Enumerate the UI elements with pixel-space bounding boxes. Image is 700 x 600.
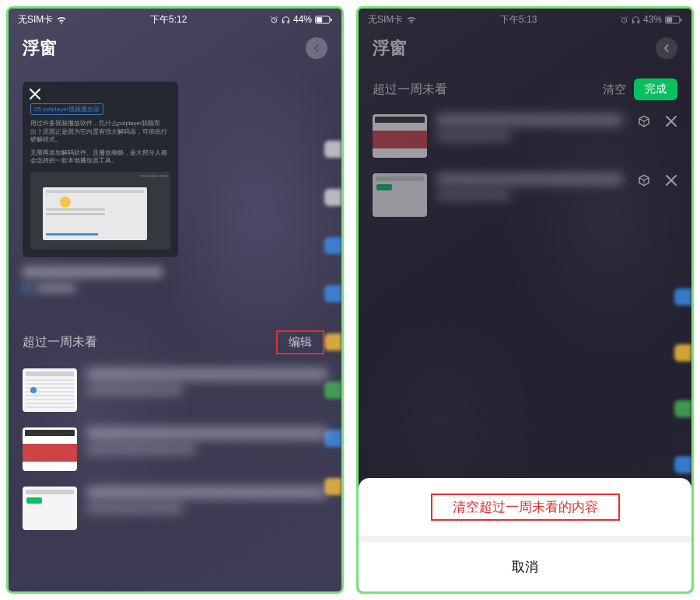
page-header: 浮窗 [359, 27, 691, 68]
floating-window-card[interactable]: 05 potplayer视频播放器 用过许多视频播放软件，凭什么potplaye… [23, 82, 178, 257]
card-paragraph: 用过许多视频播放软件，凭什么potplayer脱颖而出？原因正是因为它内置有强大… [30, 120, 170, 145]
page-title: 浮窗 [373, 37, 407, 60]
section-title: 超过一周未看 [373, 82, 447, 98]
cube-icon[interactable] [637, 173, 651, 187]
svg-rect-11 [681, 18, 682, 21]
svg-rect-4 [317, 17, 322, 22]
older-list [373, 114, 677, 217]
clear-all-button[interactable]: 清空超过一周未看的内容 [359, 478, 691, 542]
card-paragraph: 无需再添加解码软件。且播放顺畅，是大部分人都会选择的一款本地播放器工具。 [30, 149, 170, 166]
thumbnail [23, 427, 77, 471]
section-header: 超过一周未看 编辑 [23, 330, 327, 354]
list-item[interactable] [23, 368, 327, 412]
phone-right: 无SIM卡 下午5:13 43% 浮窗 超过一周未看 [356, 6, 694, 594]
section-header: 超过一周未看 清空 完成 [373, 71, 677, 103]
delete-icon[interactable] [665, 115, 677, 127]
headphones-icon [632, 16, 640, 24]
carrier-text: 无SIM卡 [18, 13, 53, 26]
content-area: 05 potplayer视频播放器 用过许多视频播放软件，凭什么potplaye… [9, 82, 341, 530]
phone-left: 无SIM卡 下午5:12 44% 浮窗 [6, 6, 344, 594]
thumbnail [373, 173, 427, 217]
svg-rect-10 [667, 17, 672, 22]
thumbnail [23, 487, 77, 530]
wifi-icon [406, 16, 417, 24]
battery-percent: 44% [293, 14, 312, 25]
blurred-caption [23, 267, 327, 304]
svg-rect-1 [282, 20, 284, 23]
status-bar: 无SIM卡 下午5:12 44% [9, 9, 341, 27]
list-item[interactable] [373, 173, 677, 217]
svg-rect-5 [331, 18, 332, 21]
card-tag: 05 potplayer视频播放器 [30, 103, 103, 115]
done-button[interactable]: 完成 [634, 78, 677, 100]
close-button[interactable] [306, 37, 327, 59]
cube-icon[interactable] [637, 114, 651, 128]
status-bar: 无SIM卡 下午5:13 43% [359, 9, 691, 27]
older-list [23, 368, 327, 530]
edit-button[interactable]: 编辑 [276, 330, 324, 354]
battery-icon [315, 16, 332, 24]
close-button[interactable] [656, 37, 677, 59]
clear-button[interactable]: 清空 [603, 82, 626, 97]
delete-icon[interactable] [665, 174, 677, 187]
clock: 下午5:12 [67, 13, 270, 26]
wifi-icon [56, 16, 67, 24]
action-sheet: 清空超过一周未看的内容 取消 [359, 478, 691, 591]
cancel-button[interactable]: 取消 [359, 542, 691, 591]
svg-rect-8 [638, 20, 639, 23]
carrier-text: 无SIM卡 [368, 13, 403, 26]
list-item[interactable] [23, 487, 327, 530]
svg-rect-7 [632, 20, 634, 23]
section-title: 超过一周未看 [23, 334, 97, 351]
battery-percent: 43% [643, 14, 662, 25]
card-screenshot [30, 172, 170, 249]
headphones-icon [282, 16, 290, 24]
thumbnail [373, 114, 427, 158]
clock: 下午5:13 [417, 13, 620, 26]
battery-icon [665, 16, 682, 24]
page-title: 浮窗 [23, 37, 57, 60]
page-header: 浮窗 [9, 27, 341, 68]
svg-rect-2 [288, 20, 289, 23]
alarm-icon [620, 16, 628, 24]
close-icon[interactable] [29, 88, 41, 100]
thumbnail [23, 368, 77, 412]
content-area: 超过一周未看 清空 完成 [359, 71, 691, 217]
alarm-icon [270, 16, 278, 24]
list-item[interactable] [23, 427, 327, 471]
list-item[interactable] [373, 114, 677, 158]
